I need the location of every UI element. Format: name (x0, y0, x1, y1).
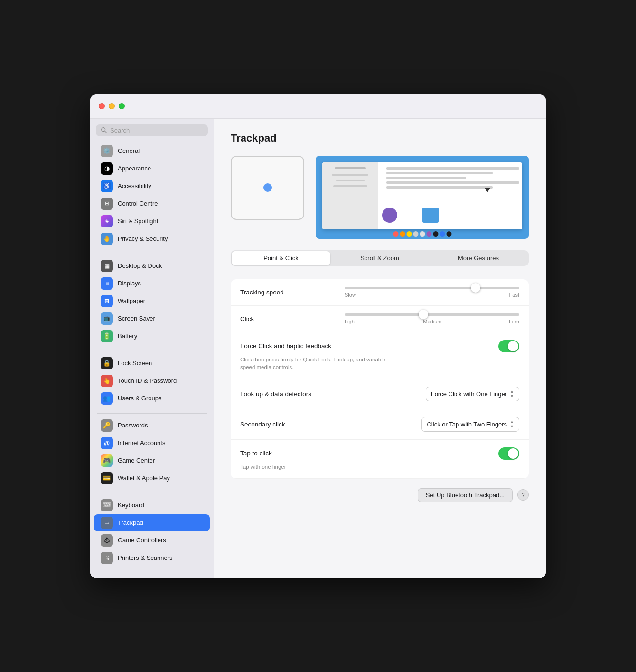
click-thumb[interactable] (419, 310, 428, 319)
look-up-label-group: Look up & data detectors (240, 389, 335, 398)
titlebar (90, 94, 546, 119)
look-up-value: Force Click with One Finger (431, 390, 507, 398)
sidebar-item-trackpad[interactable]: ▭ Trackpad (94, 514, 210, 531)
tab-more-gestures[interactable]: More Gestures (429, 251, 528, 265)
sidebar-item-touch-id-password[interactable]: 👆 Touch ID & Password (94, 372, 210, 389)
sidebar-item-passwords[interactable]: 🔑 Passwords (94, 417, 210, 434)
tap-to-click-top: Tap to click (240, 447, 519, 460)
sidebar-item-game-controllers[interactable]: 🕹 Game Controllers (94, 532, 210, 549)
sidebar-item-screen-saver[interactable]: 📺 Screen Saver (94, 310, 210, 327)
tracking-speed-thumb[interactable] (471, 283, 480, 293)
tap-to-click-row: Tap to click Tap with one finger (231, 440, 529, 479)
sidebar-item-privacy-security[interactable]: 🤚 Privacy & Security (94, 230, 210, 247)
screen-saver-icon: 📺 (101, 312, 113, 325)
secondary-click-select[interactable]: Click or Tap with Two Fingers ▲ ▼ (421, 417, 519, 432)
sidebar-item-control-centre[interactable]: ⊞ Control Centre (94, 195, 210, 212)
sidebar-item-displays[interactable]: 🖥 Displays (94, 275, 210, 292)
sidebar-item-label: Internet Accounts (118, 439, 165, 446)
click-row: Click Light Medium Firm (231, 306, 529, 332)
tracking-speed-label: Tracking speed (240, 289, 284, 296)
tap-to-click-toggle-thumb (508, 448, 518, 459)
maximize-button[interactable] (119, 103, 125, 109)
color-dot (420, 231, 425, 237)
sidebar-item-lock-screen[interactable]: 🔒 Lock Screen (94, 355, 210, 372)
tracking-speed-track[interactable] (345, 287, 519, 289)
sidebar-item-label: Desktop & Dock (118, 262, 162, 269)
search-bar[interactable] (96, 124, 208, 136)
game-controllers-icon: 🕹 (101, 534, 113, 547)
sidebar-item-siri-spotlight[interactable]: ◈ Siri & Spotlight (94, 213, 210, 230)
bluetooth-trackpad-button[interactable]: Set Up Bluetooth Trackpad... (418, 488, 513, 502)
sidebar-item-accessibility[interactable]: ♿ Accessibility (94, 178, 210, 195)
help-button[interactable]: ? (517, 489, 529, 501)
sidebar-item-label: Trackpad (118, 519, 143, 526)
sidebar-item-game-center[interactable]: 🎮 Game Center (94, 452, 210, 469)
click-label-group: Click (240, 314, 335, 323)
force-click-toggle[interactable] (498, 340, 519, 352)
tab-scroll-zoom[interactable]: Scroll & Zoom (330, 251, 429, 265)
sidebar-item-label: Screen Saver (118, 315, 155, 322)
fake-circle (382, 208, 397, 223)
sidebar-item-label: Passwords (118, 422, 148, 429)
color-dot (433, 231, 438, 237)
tracking-speed-labels: Slow Fast (345, 292, 519, 298)
sidebar-item-battery[interactable]: 🔋 Battery (94, 328, 210, 345)
sidebar-item-label: Battery (118, 332, 137, 340)
sidebar-item-label: Lock Screen (118, 360, 152, 367)
fake-window (322, 162, 522, 229)
sidebar-item-users-groups[interactable]: 👥 Users & Groups (94, 390, 210, 407)
color-dot (426, 231, 431, 237)
sidebar-divider-1 (97, 254, 207, 254)
tracking-speed-label-group: Tracking speed (240, 288, 335, 296)
sidebar-section-3: 🔒 Lock Screen 👆 Touch ID & Password 👥 Us… (90, 354, 214, 407)
minimize-button[interactable] (109, 103, 115, 109)
color-dot (440, 231, 445, 237)
tab-point-click[interactable]: Point & Click (232, 251, 330, 265)
sidebar-item-wallpaper[interactable]: 🖼 Wallpaper (94, 293, 210, 310)
look-up-control: Force Click with One Finger ▲ ▼ (335, 387, 519, 401)
click-max: Firm (509, 319, 519, 324)
click-track[interactable] (345, 313, 519, 316)
sidebar-item-label: Touch ID & Password (118, 377, 177, 384)
accessibility-icon: ♿ (101, 180, 113, 192)
sidebar-section-2: ▦ Desktop & Dock 🖥 Displays 🖼 Wallpaper … (90, 257, 214, 345)
sidebar-divider-2 (97, 351, 207, 351)
sidebar-item-internet-accounts[interactable]: @ Internet Accounts (94, 435, 210, 452)
close-button[interactable] (99, 103, 105, 109)
tap-to-click-sublabel: Tap with one finger (240, 463, 392, 471)
search-input[interactable] (110, 127, 203, 134)
siri-icon: ◈ (101, 215, 113, 227)
secondary-click-label: Secondary click (240, 421, 285, 428)
color-dot (446, 231, 451, 237)
traffic-lights (99, 103, 125, 109)
sidebar-item-keyboard[interactable]: ⌨ Keyboard (94, 497, 210, 514)
sidebar-item-label: Control Centre (118, 200, 158, 207)
sidebar-item-label: Printers & Scanners (118, 554, 173, 561)
sidebar-item-label: Accessibility (118, 182, 151, 189)
look-up-arrows: ▲ ▼ (510, 389, 514, 398)
passwords-icon: 🔑 (101, 419, 113, 432)
wallet-icon: 💳 (101, 472, 113, 484)
settings-panel: Tracking speed Slow Fast (231, 279, 529, 479)
control-centre-icon: ⊞ (101, 198, 113, 210)
displays-icon: 🖥 (101, 277, 113, 290)
sidebar-item-general[interactable]: ⚙️ General (94, 142, 210, 160)
look-up-select[interactable]: Force Click with One Finger ▲ ▼ (426, 387, 519, 401)
search-icon (101, 127, 107, 133)
fake-cursor (485, 188, 490, 192)
fake-sidebar (322, 162, 378, 229)
sidebar-item-appearance[interactable]: ◑ Appearance (94, 160, 210, 177)
secondary-click-control: Click or Tap with Two Fingers ▲ ▼ (335, 417, 519, 432)
sidebar-item-label: General (118, 147, 140, 154)
sidebar-item-printers-scanners[interactable]: 🖨 Printers & Scanners (94, 549, 210, 567)
bottom-actions: Set Up Bluetooth Trackpad... ? (231, 488, 529, 502)
sidebar-item-wallet-apple-pay[interactable]: 💳 Wallet & Apple Pay (94, 470, 210, 487)
sidebar-item-label: Game Center (118, 457, 155, 464)
color-dot (406, 231, 412, 237)
sidebar-section-5: ⌨ Keyboard ▭ Trackpad 🕹 Game Controllers… (90, 496, 214, 567)
desktop-preview (316, 156, 529, 239)
sidebar-item-label: Users & Groups (118, 395, 161, 402)
sidebar-item-desktop-dock[interactable]: ▦ Desktop & Dock (94, 257, 210, 274)
tap-to-click-toggle[interactable] (498, 447, 519, 460)
wallpaper-icon: 🖼 (101, 295, 113, 307)
